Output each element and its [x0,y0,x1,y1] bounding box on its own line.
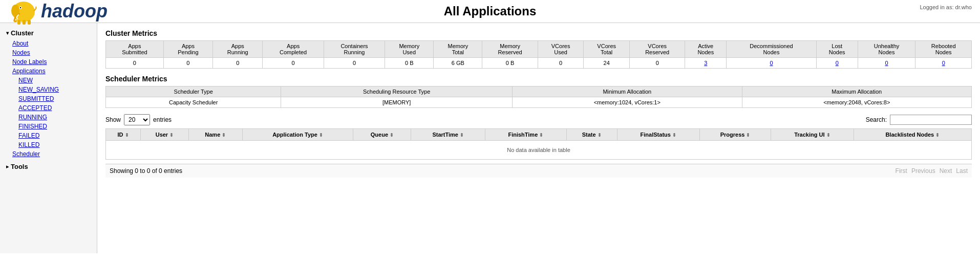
col-unhealthy-nodes: UnhealthyNodes [858,41,915,58]
tools-section-title[interactable]: ▸ Tools [0,161,97,172]
pagination-last[interactable]: Last [956,167,968,175]
col-memory-used: MemoryUsed [385,41,434,58]
name-sort-icon: ⇕ [222,133,226,138]
sidebar-item-scheduler[interactable]: Scheduler [0,149,97,159]
col-user[interactable]: User ⇕ [140,129,188,141]
sidebar-item-failed[interactable]: FAILED [0,131,97,140]
cluster-metrics-heading: Cluster Metrics [105,29,972,37]
val-unhealthy-nodes[interactable]: 0 [858,58,915,69]
pagination-next[interactable]: Next [940,167,952,175]
sidebar-item-submitted[interactable]: SUBMITTED [0,94,97,103]
sidebar-item-accepted[interactable]: ACCEPTED [0,103,97,113]
val-vcores-total: 24 [584,58,630,69]
finish-time-sort-icon: ⇕ [539,133,543,138]
entries-select[interactable]: 10 20 50 100 [124,114,150,125]
tools-label: Tools [11,163,28,170]
val-decommissioned-nodes[interactable]: 0 [727,58,817,69]
col-minimum-allocation: Minimum Allocation [513,86,742,97]
state-sort-icon: ⇕ [598,133,602,138]
cluster-metrics-header-row: AppsSubmitted AppsPending AppsRunning Ap… [106,41,972,58]
svg-rect-5 [17,20,20,25]
svg-point-4 [20,7,21,8]
col-memory-total: MemoryTotal [434,41,482,58]
val-rebooted-nodes[interactable]: 0 [915,58,972,69]
progress-sort-icon: ⇕ [746,133,750,138]
tracking-ui-sort-icon: ⇕ [826,133,830,138]
col-memory-reserved: MemoryReserved [482,41,538,58]
search-box: Search: [866,115,972,125]
val-lost-nodes[interactable]: 0 [816,58,858,69]
col-vcores-reserved: VCoresReserved [630,41,685,58]
col-apps-running: AppsRunning [213,41,263,58]
showing-text: Showing 0 to 0 of 0 entries [105,167,182,175]
app-type-sort-icon: ⇕ [319,133,323,138]
col-blacklisted-nodes[interactable]: Blacklisted Nodes ⇕ [854,129,971,141]
show-label: Show [105,116,121,123]
sidebar-item-running[interactable]: RUNNING [0,113,97,122]
col-state[interactable]: State ⇕ [566,129,617,141]
col-containers-running: ContainersRunning [324,41,385,58]
val-memory-total: 6 GB [434,58,482,69]
sidebar-item-node-labels[interactable]: Node Labels [0,57,97,67]
sidebar-item-new-saving[interactable]: NEW_SAVING [0,85,97,94]
val-maximum-allocation: <memory:2048, vCores:8> [742,97,972,108]
main-content: Cluster Metrics AppsSubmitted AppsPendin… [97,23,980,253]
pagination-first[interactable]: First [896,167,907,175]
col-id[interactable]: ID ⇕ [106,129,141,141]
page-header: hadoop All Applications Logged in as: dr… [0,0,980,23]
table-controls: Show 10 20 50 100 entries Search: [105,114,972,125]
col-rebooted-nodes: RebootedNodes [915,41,972,58]
val-containers-running: 0 [324,58,385,69]
sidebar-item-nodes[interactable]: Nodes [0,48,97,57]
user-sort-icon: ⇕ [169,133,174,138]
scheduler-data-row: Capacity Scheduler [MEMORY] <memory:1024… [106,97,972,108]
cluster-metrics-table: AppsSubmitted AppsPending AppsRunning Ap… [105,40,972,69]
cluster-section-title[interactable]: ▾ Cluster [0,27,97,39]
col-name[interactable]: Name ⇕ [188,129,242,141]
no-data-text: No data available in table [106,141,972,160]
tools-section: ▸ Tools [0,161,97,172]
val-apps-submitted: 0 [106,58,164,69]
show-entries-control: Show 10 20 50 100 entries [105,114,172,125]
sidebar-item-new[interactable]: NEW [0,76,97,85]
col-vcores-total: VCoresTotal [584,41,630,58]
cluster-metrics-data-row: 0 0 0 0 0 0 B 6 GB 0 B 0 24 0 3 0 0 0 0 [106,58,972,69]
val-apps-pending: 0 [163,58,212,69]
logo: hadoop [8,0,108,26]
val-minimum-allocation: <memory:1024, vCores:1> [513,97,742,108]
start-time-sort-icon: ⇕ [460,133,464,138]
col-vcores-used: VCoresUsed [538,41,584,58]
col-final-status[interactable]: FinalStatus ⇕ [617,129,700,141]
pagination-controls: First Previous Next Last [896,167,972,175]
col-application-type[interactable]: Application Type ⇕ [242,129,353,141]
hadoop-logo-icon [8,0,39,26]
sidebar-item-killed[interactable]: KILLED [0,140,97,149]
col-scheduling-resource-type: Scheduling Resource Type [281,86,513,97]
col-maximum-allocation: Maximum Allocation [742,86,972,97]
tools-arrow-icon: ▸ [6,164,9,169]
svg-rect-6 [23,20,26,25]
search-input[interactable] [890,115,972,125]
applications-table: ID ⇕ User ⇕ Name ⇕ Application Type ⇕ Qu… [105,128,972,160]
entries-label: entries [153,116,172,123]
col-start-time[interactable]: StartTime ⇕ [411,129,485,141]
hadoop-wordmark: hadoop [41,1,108,22]
pagination-previous[interactable]: Previous [911,167,935,175]
val-active-nodes[interactable]: 3 [685,58,727,69]
sidebar-item-about[interactable]: About [0,39,97,48]
col-tracking-ui[interactable]: Tracking UI ⇕ [771,129,854,141]
sidebar: ▾ Cluster About Nodes Node Labels Applic… [0,23,97,253]
col-progress[interactable]: Progress ⇕ [700,129,771,141]
sidebar-item-finished[interactable]: FINISHED [0,122,97,131]
scheduler-header-row: Scheduler Type Scheduling Resource Type … [106,86,972,97]
col-apps-completed: AppsCompleted [263,41,324,58]
col-finish-time[interactable]: FinishTime ⇕ [485,129,567,141]
cluster-arrow-icon: ▾ [6,30,9,36]
col-apps-pending: AppsPending [163,41,212,58]
col-lost-nodes: LostNodes [816,41,858,58]
col-queue[interactable]: Queue ⇕ [353,129,411,141]
val-scheduling-resource-type: [MEMORY] [281,97,513,108]
sidebar-item-applications[interactable]: Applications [0,67,97,76]
table-footer: Showing 0 to 0 of 0 entries First Previo… [105,164,972,178]
val-scheduler-type: Capacity Scheduler [106,97,281,108]
